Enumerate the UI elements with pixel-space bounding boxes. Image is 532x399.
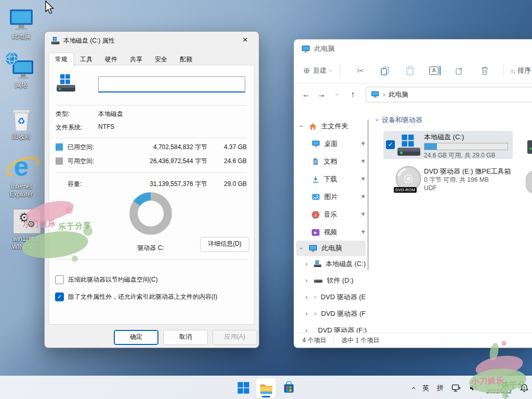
breadcrumb[interactable]: 此电脑 [389,90,408,99]
delete-icon[interactable] [472,66,497,75]
index-checkbox-row[interactable]: ✓ 除了文件属性外，还允许索引此驱动器上文件的内容(I) [55,292,217,301]
clock-date: 2022/8/12 [486,388,512,394]
explorer-content: › 设备和驱动器 ✓ 本地磁盘 (C:) 24.6 GB 可用, 共 29.0 … [372,107,532,333]
volume-label-input[interactable] [98,76,245,92]
compress-checkbox-row[interactable]: 压缩此驱动器以节约磁盘空间(C) [55,275,158,284]
desktop-icon-recycle-bin[interactable]: ♻ 回收站 [1,105,42,141]
explorer-window: 此电脑 ⊕ 新建 › ✂ A [294,39,532,348]
group-header-devices[interactable]: › 设备和驱动器 [376,115,422,125]
document-icon [312,157,320,166]
address-bar[interactable]: › 此电脑 [366,87,532,102]
sidebar-item-videos[interactable]: ▶ 视频 [312,224,366,240]
back-icon[interactable]: ← [298,90,314,99]
drive-icon [314,278,323,283]
desktop-icon-label: 此电脑 [1,33,42,41]
sidebar-item-dvd-f[interactable]: › DVD 驱动器 (F [303,306,366,322]
copy-icon[interactable] [373,66,397,75]
history-chevron-icon[interactable]: › [334,87,341,102]
sidebar-scrollbar[interactable] [367,119,369,270]
window-title: 此电脑 [314,44,335,54]
tab-hardware[interactable]: 硬件 [99,52,124,65]
notification-bell-icon[interactable]: z [520,383,529,393]
tab-security[interactable]: 安全 [149,52,174,65]
dvd-icon [314,310,317,318]
free-space-row: 可用空间: 26,436,972,544 字节 24.6 GB [56,156,247,166]
sidebar-item-this-pc[interactable]: › 此电脑 [296,241,366,256]
sidebar-item-dvd-e[interactable]: › DVD 驱动器 (E [303,289,366,305]
home-icon [309,123,317,130]
ok-button[interactable]: 确定 [114,330,158,345]
desktop: 此电脑 网络 ♻ 回收站 e Internet Explorer ⚙⚙ win1… [0,0,532,399]
up-icon[interactable]: ↑ [345,90,361,99]
chevron-right-icon[interactable]: › [303,260,310,268]
network-icon[interactable] [451,384,461,392]
dvd-e-tile[interactable]: DVD-ROM DVD 驱动器 (E:) 微PE工具箱 0 字节 可用, 共 1… [383,165,513,195]
dialog-title: 本地磁盘 (C:) 属性 [63,36,115,45]
folder-icon [259,382,273,394]
pin-icon [360,176,366,182]
selected-checkbox[interactable]: ✓ [386,140,395,149]
sidebar-item-drive-d[interactable]: › 软件 (D:) [303,273,366,288]
windows-logo-icon [237,381,250,394]
close-icon[interactable]: × [239,34,251,46]
cut-icon[interactable]: ✂ [348,65,373,76]
gears-icon: ⚙⚙ [7,208,47,234]
explorer-titlebar[interactable]: 此电脑 [301,44,335,54]
rename-icon[interactable]: A [422,66,447,75]
sidebar-item-downloads[interactable]: 下载 [312,171,366,187]
chevron-right-icon[interactable]: › [303,310,310,317]
desktop-icon-this-pc[interactable]: 此电脑 [1,5,42,41]
index-checkbox[interactable]: ✓ [55,292,64,301]
tray-overflow-chevron-icon[interactable]: › [409,387,418,389]
drive-c-icon [397,135,421,156]
status-item-count: 4 个项目 [302,336,326,345]
desktop-icon-label: 回收站 [1,133,42,141]
taskbar-store[interactable] [279,378,299,397]
tab-sharing[interactable]: 共享 [124,52,149,65]
apply-button[interactable]: 应用(A) [212,330,257,345]
cancel-button[interactable]: 取消 [163,330,208,345]
drive-c-tile[interactable]: ✓ 本地磁盘 (C:) 24.6 GB 可用, 共 29.0 GB [383,131,513,159]
dialog-titlebar[interactable]: 本地磁盘 (C:) 属性 [51,36,115,45]
details-button[interactable]: 详细信息(D) [200,237,249,252]
sidebar-item-music[interactable]: ♪ 音乐 [312,207,366,222]
start-button[interactable] [233,378,253,397]
pin-icon [360,194,366,200]
forward-icon[interactable]: → [314,90,329,99]
volume-icon[interactable] [469,384,478,392]
tab-quota[interactable]: 配额 [174,52,198,65]
sidebar-item-dvd-f2[interactable]: › DVD 驱动器 (F:) [303,323,366,333]
ime-language-indicator[interactable]: 英 [422,383,429,393]
tab-general[interactable]: 常规 [49,52,74,65]
sidebar-item-pictures[interactable]: 图片 [312,189,366,205]
globe-icon [5,52,19,65]
paste-icon[interactable] [397,66,422,75]
chevron-right-icon[interactable]: › [303,277,310,284]
tab-tools[interactable]: 工具 [74,52,99,65]
taskbar-file-explorer[interactable] [256,378,276,398]
explorer-statusbar: 4 个项目 选中 1 个项目 [294,332,532,348]
ime-mode-indicator[interactable]: 拼 [437,383,444,393]
explorer-navbar: ← → › ↑ › 此电脑 [294,84,532,105]
new-button[interactable]: ⊕ 新建 › [303,66,331,75]
chevron-down-icon[interactable]: › [298,245,305,251]
drive-c-icon [314,260,322,268]
free-space-swatch [56,157,63,165]
explorer-sidebar: › 主文件夹 桌面 文档 下载 图片 [294,107,370,333]
share-icon[interactable] [447,66,472,75]
clock[interactable]: 14:55 2022/8/12 [486,381,512,395]
desktop-icon-win11-restore[interactable]: ⚙⚙ win11恢复WIN10经... [7,208,47,251]
tab-page-general: 类型: 本地磁盘 文件系统: NTFS 已用空间: 4,702,584,832 … [49,65,255,325]
chevron-right-icon[interactable]: › [303,294,310,301]
sidebar-item-home[interactable]: › 主文件夹 [298,118,366,134]
sort-button[interactable]: ↑↓ 排序 [510,66,531,75]
desktop-icon-network[interactable]: 网络 [1,54,42,89]
compress-checkbox[interactable] [55,275,64,284]
sidebar-item-drive-c[interactable]: › 本地磁盘 (C:) [303,256,366,272]
desktop-icon-internet-explorer[interactable]: e Internet Explorer [1,152,42,198]
chevron-down-icon[interactable]: › [298,123,305,129]
pictures-icon [312,193,320,201]
sidebar-item-documents[interactable]: 文档 [312,154,366,169]
drive-filesystem: UDF [424,184,511,192]
sidebar-item-desktop[interactable]: 桌面 [312,136,366,152]
